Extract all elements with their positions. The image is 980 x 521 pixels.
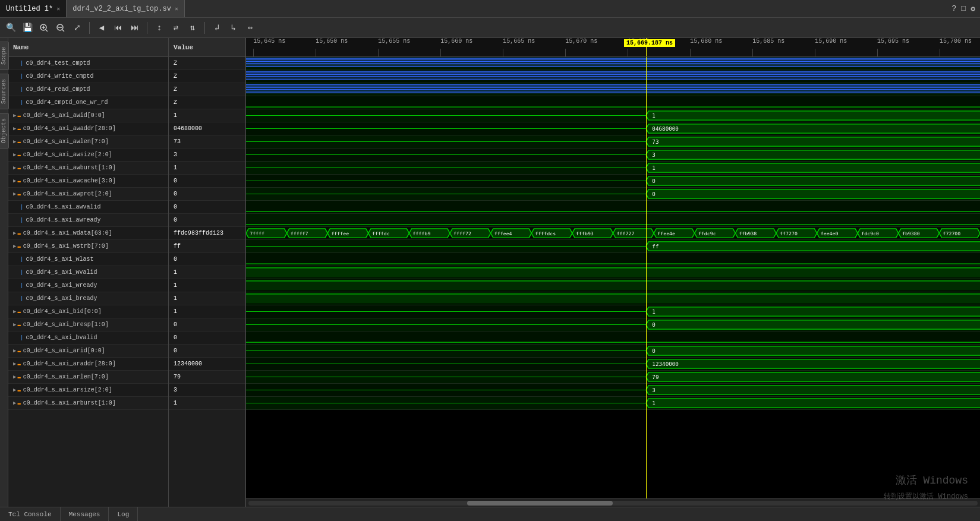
signal-wave-row: 1 xyxy=(246,305,980,318)
signal-value-row: 0 xyxy=(169,253,245,266)
time-marker: 15,695 ns xyxy=(877,38,909,45)
expand-icon[interactable]: ▶ xyxy=(13,138,16,145)
nav2-button[interactable]: ⇄ xyxy=(169,21,183,35)
objects-panel-tab[interactable]: Objects xyxy=(0,113,9,149)
settings-icon[interactable]: ⚙ xyxy=(970,4,975,14)
nav4-button[interactable]: ↲ xyxy=(210,21,224,35)
time-marker-line xyxy=(316,49,316,56)
sources-panel-tab[interactable]: Sources xyxy=(0,74,9,109)
signal-name-label: c0_ddr4_s_axi_bvalid xyxy=(26,334,97,341)
restore-icon[interactable]: □ xyxy=(961,4,966,14)
signal-name-label: c0_ddr4_s_axi_wstrb[7:0] xyxy=(23,243,109,250)
expand-icon[interactable]: ▶ xyxy=(13,308,16,315)
time-marker: 15,655 ns xyxy=(378,38,410,45)
nav3-button[interactable]: ⇅ xyxy=(185,21,200,35)
tab-ddr4[interactable]: ddr4_v2_2_axi_tg_top.sv ✕ xyxy=(67,0,185,17)
bus-icon: ▬ xyxy=(17,126,20,132)
name-column: Name |c0_ddr4_test_cmptd|c0_ddr4_write_c… xyxy=(8,38,169,507)
help-icon[interactable]: ? xyxy=(952,4,957,14)
expand-icon[interactable]: ▶ xyxy=(13,321,16,328)
signal-value-row: ffdc983ffdd123 xyxy=(169,227,245,240)
waveform-svg: 73 xyxy=(246,135,980,148)
signal-value: 1 xyxy=(174,308,177,315)
waveform-area[interactable]: 15,669.187 ns 15,645 ns15,650 ns15,655 n… xyxy=(246,38,980,507)
bottom-tab-tcl[interactable]: Tcl Console xyxy=(0,507,61,521)
signal-value-row: 1 xyxy=(169,279,245,292)
signal-name-row: ▶▬c0_ddr4_s_axi_awprot[2:0] xyxy=(8,188,168,201)
signal-name-row: ▶▬c0_ddr4_s_axi_awaddr[28:0] xyxy=(8,122,168,135)
signal-wave-row: 0 xyxy=(246,345,980,358)
go-prev-button[interactable]: ◀ xyxy=(94,21,109,35)
signal-wave-row: 12340000 xyxy=(246,358,980,371)
fit-screen-button[interactable]: ⤢ xyxy=(70,21,84,35)
expand-icon[interactable]: ▶ xyxy=(13,374,16,380)
time-marker-line xyxy=(503,49,503,56)
bottom-tab-log[interactable]: Log xyxy=(109,507,138,521)
horizontal-scrollbar[interactable] xyxy=(246,498,980,507)
tab-ddr4-close[interactable]: ✕ xyxy=(175,5,178,12)
signal-name-label: c0_ddr4_s_axi_awprot[2:0] xyxy=(23,191,112,197)
signal-value-row: 0 xyxy=(169,318,245,331)
signal-wave-row xyxy=(246,83,980,96)
signal-value-row: 1 xyxy=(169,305,245,318)
expand-icon[interactable]: ▶ xyxy=(13,243,16,250)
time-marker: 15,665 ns xyxy=(503,38,535,45)
svg-line-1 xyxy=(46,30,48,31)
waveform-svg: 04680000 xyxy=(246,122,980,135)
expand-icon[interactable]: ▶ xyxy=(13,165,16,171)
expand-icon[interactable]: ▶ xyxy=(13,361,16,367)
name-header-label: Name xyxy=(13,44,29,51)
signal-name-label: c0_ddr4_s_axi_bid[0:0] xyxy=(23,308,102,315)
nav6-button[interactable]: ⇔ xyxy=(243,21,257,35)
signal-name-row: ▶▬c0_ddr4_s_axi_awburst[1:0] xyxy=(8,162,168,175)
signal-value: 0 xyxy=(174,348,177,354)
name-column-header: Name xyxy=(8,38,168,57)
tab-untitled-close[interactable]: ✕ xyxy=(56,5,60,12)
scrollbar-thumb[interactable] xyxy=(467,501,613,506)
expand-icon[interactable]: ▶ xyxy=(13,387,16,393)
nav1-button[interactable]: ↕ xyxy=(152,21,166,35)
time-marker-line xyxy=(815,49,815,56)
signal-name-label: c0_ddr4_s_axi_wlast xyxy=(26,256,93,263)
signal-name-row: |c0_ddr4_cmptd_one_wr_rd xyxy=(8,96,168,109)
svg-text:fdc9c0: fdc9c0 xyxy=(861,232,879,237)
signal-wave-row xyxy=(246,57,980,70)
expand-icon[interactable]: ▶ xyxy=(13,230,16,236)
signal-value-row: 79 xyxy=(169,371,245,384)
expand-icon[interactable]: ▶ xyxy=(13,112,16,119)
zoom-out-button[interactable] xyxy=(53,21,68,35)
waveform-svg: 12340000 xyxy=(246,358,980,370)
time-marker: 15,650 ns xyxy=(316,38,348,45)
svg-rect-35 xyxy=(246,294,980,303)
signal-value: 3 xyxy=(174,151,177,158)
signal-value-row: 0 xyxy=(169,201,245,214)
signal-value: Z xyxy=(174,99,177,106)
go-last-button[interactable]: ⏭ xyxy=(128,21,142,35)
expand-icon[interactable]: ▶ xyxy=(13,151,16,158)
signal-name-row: |c0_ddr4_s_axi_awvalid xyxy=(8,201,168,214)
scope-panel-tab[interactable]: Scope xyxy=(0,42,9,70)
expand-icon[interactable]: ▶ xyxy=(13,125,16,132)
tab-untitled[interactable]: Untitled 1* ✕ xyxy=(0,0,67,17)
zoom-in-button[interactable] xyxy=(37,21,51,35)
expand-icon[interactable]: ▶ xyxy=(13,191,16,197)
signal-name-row: |c0_ddr4_test_cmptd xyxy=(8,57,168,70)
expand-icon[interactable]: ▶ xyxy=(13,178,16,184)
go-first-button[interactable]: ⏮ xyxy=(111,21,125,35)
signal-wave-row: 0 xyxy=(246,175,980,188)
bottom-tab-messages[interactable]: Messages xyxy=(61,507,109,521)
svg-text:ffb938: ffb938 xyxy=(739,232,757,237)
signal-value-row: 1 xyxy=(169,162,245,175)
waveform-rows: 1046800007331007fffffffff7ffffeeffffdcff… xyxy=(246,57,980,498)
save-button[interactable]: 💾 xyxy=(20,21,34,35)
nav5-button[interactable]: ↳ xyxy=(226,21,241,35)
signal-wave-row: 3 xyxy=(246,384,980,397)
signal-name-row: |c0_ddr4_write_cmptd xyxy=(8,70,168,83)
signal-value-row: 1 xyxy=(169,109,245,122)
scrollbar-track[interactable] xyxy=(248,501,978,506)
zoom-fit-button[interactable]: 🔍 xyxy=(4,21,18,35)
expand-icon[interactable]: ▶ xyxy=(13,348,16,354)
waveform-svg xyxy=(246,57,980,70)
expand-icon[interactable]: ▶ xyxy=(13,400,16,406)
svg-text:79: 79 xyxy=(652,375,658,381)
